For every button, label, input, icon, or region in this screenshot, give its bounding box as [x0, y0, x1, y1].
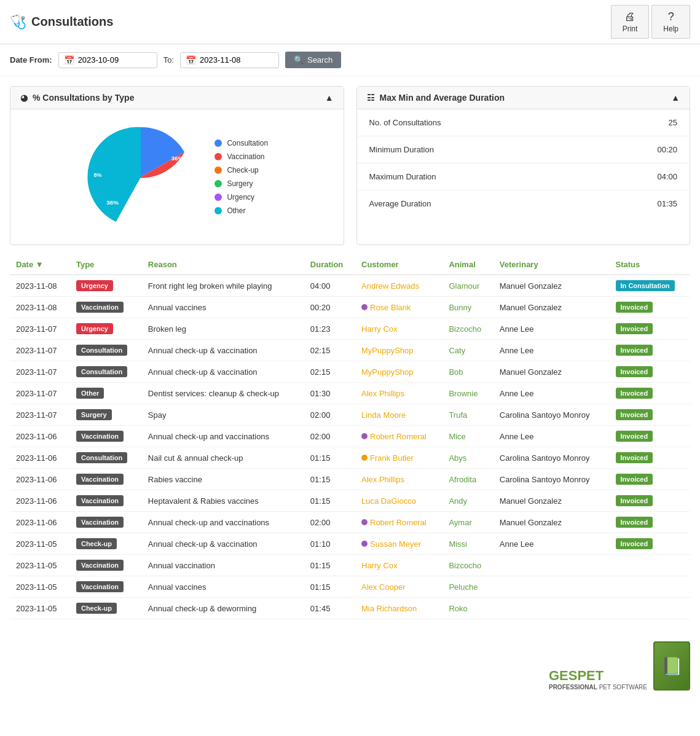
- cell-duration: 02:15: [304, 340, 355, 361]
- pie-chart-header: ◕ % Consultations by Type ▲: [10, 87, 344, 109]
- cell-veterinary: Manuel Gonzalez: [494, 490, 610, 512]
- stats-title: Max Min and Average Duration: [380, 93, 505, 103]
- stats-value: 00:20: [584, 136, 690, 163]
- type-badge: Urgency: [76, 323, 113, 334]
- stats-icon: ☷: [367, 93, 375, 103]
- cell-type: Vaccination: [70, 469, 142, 490]
- cell-duration: 04:00: [304, 275, 355, 297]
- animal-link[interactable]: Glamour: [449, 281, 479, 291]
- animal-link[interactable]: Roko: [449, 604, 467, 613]
- customer-link[interactable]: Alex Phillips: [361, 475, 404, 484]
- cell-status: [610, 598, 690, 619]
- cell-type: Vaccination: [70, 426, 142, 447]
- customer-link[interactable]: Mia Richardson: [361, 604, 417, 613]
- type-badge: Vaccination: [76, 560, 124, 571]
- customer-link[interactable]: Rose Blank: [370, 303, 411, 312]
- customer-link[interactable]: Robert Romeral: [370, 432, 427, 441]
- help-button[interactable]: ? Help: [651, 5, 690, 39]
- animal-link[interactable]: Peluche: [449, 582, 478, 592]
- customer-link[interactable]: Luca DaGiocco: [361, 496, 416, 506]
- type-badge: Vaccination: [76, 474, 124, 485]
- cell-date: 2023-11-05: [10, 555, 70, 576]
- status-badge: Invoiced: [616, 302, 653, 313]
- customer-link[interactable]: MyPuppyShop: [361, 367, 414, 377]
- pie-chart-collapse-button[interactable]: ▲: [325, 93, 334, 103]
- cell-duration: 00:20: [304, 297, 355, 318]
- cell-type: Vaccination: [70, 297, 142, 318]
- cell-veterinary: [494, 576, 610, 598]
- cell-animal: Bizcocho: [442, 555, 493, 576]
- date-to-input[interactable]: [200, 55, 273, 65]
- customer-link[interactable]: Linda Moore: [361, 410, 406, 420]
- customer-link[interactable]: Alex Phillips: [361, 389, 404, 398]
- cell-type: Consultation: [70, 447, 142, 469]
- table-row: 2023-11-06 Consultation Nail cut & annua…: [10, 447, 690, 469]
- customer-link[interactable]: MyPuppyShop: [361, 346, 414, 355]
- cell-status: Invoiced: [610, 318, 690, 340]
- stats-card-header: ☷ Max Min and Average Duration ▲: [357, 87, 690, 109]
- animal-link[interactable]: Abys: [449, 453, 466, 463]
- status-badge: Invoiced: [616, 495, 653, 506]
- animal-link[interactable]: Bizcocho: [449, 324, 481, 334]
- animal-link[interactable]: Bizcocho: [449, 561, 481, 570]
- stats-table: No. of Consultations25Minimum Duration00…: [357, 109, 690, 217]
- customer-link[interactable]: Frank Butler: [370, 453, 414, 463]
- calendar-to-icon: 📅: [186, 55, 196, 65]
- animal-link[interactable]: Trufa: [449, 410, 467, 420]
- cell-veterinary: [494, 555, 610, 576]
- cell-customer: Alex Cooper: [355, 576, 442, 598]
- customer-link[interactable]: Andrew Edwads: [361, 281, 419, 291]
- stats-collapse-button[interactable]: ▲: [671, 93, 680, 103]
- customer-link[interactable]: Harry Cox: [361, 324, 398, 334]
- cell-status: Invoiced: [610, 297, 690, 318]
- animal-link[interactable]: Bunny: [449, 303, 471, 312]
- cell-status: Invoiced: [610, 490, 690, 512]
- cell-reason: Dentist services: cleanup & check-up: [142, 383, 304, 404]
- table-row: 2023-11-05 Check-up Annual check-up & va…: [10, 533, 690, 555]
- status-badge: Invoiced: [616, 538, 653, 549]
- cell-veterinary: Manuel Gonzalez: [494, 275, 610, 297]
- customer-link[interactable]: Harry Cox: [361, 561, 398, 570]
- animal-link[interactable]: Caty: [449, 346, 465, 355]
- cell-animal: Peluche: [442, 576, 493, 598]
- animal-link[interactable]: Bob: [449, 367, 463, 377]
- col-reason: Reason: [142, 255, 304, 275]
- customer-link[interactable]: Sussan Meyer: [370, 539, 421, 549]
- cell-animal: Caty: [442, 340, 493, 361]
- animal-link[interactable]: Afrodita: [449, 475, 476, 484]
- cell-type: Other: [70, 383, 142, 404]
- brand-sub-text: PET SOFTWARE: [599, 684, 647, 691]
- cell-status: Invoiced: [610, 426, 690, 447]
- animal-link[interactable]: Missi: [449, 539, 467, 549]
- legend-dot-consultation: [214, 139, 222, 147]
- cell-status: Invoiced: [610, 361, 690, 383]
- print-button[interactable]: 🖨 Print: [611, 5, 650, 39]
- search-button[interactable]: 🔍 Search: [285, 52, 341, 68]
- table-row: 2023-11-06 Vaccination Annual check-up a…: [10, 426, 690, 447]
- animal-link[interactable]: Aymar: [449, 518, 471, 527]
- cell-animal: Bunny: [442, 297, 493, 318]
- search-icon: 🔍: [294, 55, 304, 65]
- cell-duration: 01:30: [304, 383, 355, 404]
- table-row: 2023-11-07 Surgery Spay 02:00 Linda Moor…: [10, 404, 690, 426]
- cell-veterinary: Manuel Gonzalez: [494, 361, 610, 383]
- animal-link[interactable]: Andy: [449, 496, 467, 506]
- animal-link[interactable]: Mice: [449, 432, 465, 441]
- cell-reason: Annual vaccines: [142, 297, 304, 318]
- cell-animal: Mice: [442, 426, 493, 447]
- status-badge: Invoiced: [616, 517, 653, 528]
- customer-link[interactable]: Robert Romeral: [370, 518, 427, 527]
- table-row: 2023-11-07 Urgency Broken leg 01:23 Harr…: [10, 318, 690, 340]
- cell-animal: Andy: [442, 490, 493, 512]
- charts-area: ◕ % Consultations by Type ▲ 3: [0, 76, 700, 255]
- cell-date: 2023-11-06: [10, 469, 70, 490]
- cell-reason: Front right leg broken while playing: [142, 275, 304, 297]
- customer-link[interactable]: Alex Cooper: [361, 582, 406, 592]
- stats-card: ☷ Max Min and Average Duration ▲ No. of …: [356, 86, 691, 245]
- col-date[interactable]: Date ▼: [10, 255, 70, 275]
- pie-chart-icon: ◕: [20, 93, 28, 103]
- animal-link[interactable]: Brownie: [449, 389, 478, 398]
- print-icon: 🖨: [624, 10, 635, 23]
- cell-date: 2023-11-05: [10, 576, 70, 598]
- date-from-input[interactable]: [78, 55, 152, 65]
